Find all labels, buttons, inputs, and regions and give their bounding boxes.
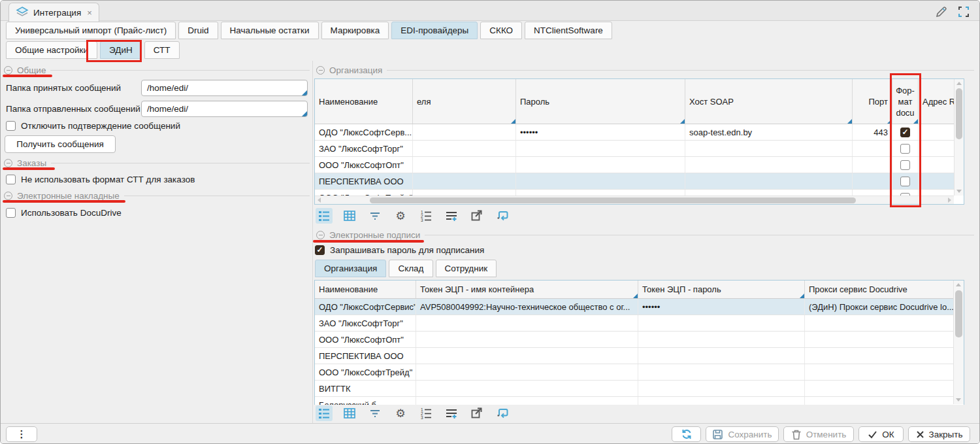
fullscreen-icon[interactable] bbox=[957, 5, 970, 20]
open-external-icon[interactable] bbox=[468, 405, 485, 421]
col-host-soap[interactable]: Хост SOAP bbox=[685, 79, 853, 124]
format-docu-checkbox[interactable] bbox=[900, 128, 910, 137]
vertical-scrollbar[interactable] bbox=[953, 281, 964, 404]
table-row[interactable]: ОДО "ЛюксСофтСервис" AVP5080049992:Научн… bbox=[315, 299, 964, 315]
table-row[interactable]: ООО "ЛюксСофтТрейд" bbox=[315, 364, 964, 381]
scroll-left-icon[interactable] bbox=[318, 197, 321, 203]
tab-initial-balances[interactable]: Начальные остатки bbox=[221, 22, 319, 39]
cell-password: •••••• bbox=[638, 299, 805, 315]
scroll-up-icon[interactable] bbox=[956, 82, 962, 85]
ask-password-checkbox[interactable]: Запрашивать пароль для подписания bbox=[315, 245, 484, 255]
table-row[interactable]: ООО "ЛюксСофтОпт" bbox=[315, 157, 964, 173]
ok-button[interactable]: ОК bbox=[858, 426, 904, 442]
tab-signature-warehouse[interactable]: Склад bbox=[389, 260, 433, 277]
collapse-minus-icon[interactable] bbox=[316, 66, 325, 75]
reload-icon[interactable] bbox=[494, 405, 511, 421]
refresh-button[interactable] bbox=[672, 426, 701, 442]
close-label: Закрыть bbox=[929, 430, 963, 439]
tab-edin[interactable]: ЭДиН bbox=[100, 41, 142, 59]
scrollbar-thumb[interactable] bbox=[956, 88, 962, 139]
filter-icon[interactable] bbox=[367, 405, 384, 421]
checkbox-icon[interactable] bbox=[6, 121, 16, 131]
cell-container bbox=[416, 348, 638, 364]
horizontal-scrollbar[interactable] bbox=[315, 196, 954, 204]
list-view-icon[interactable] bbox=[316, 208, 333, 224]
group-e-waybills: Электронные накладные bbox=[4, 191, 310, 201]
settings-gear-icon[interactable]: ⚙ bbox=[392, 405, 409, 421]
col-format-docu[interactable]: Фор-матdocu bbox=[892, 79, 919, 124]
tab-signature-employee[interactable]: Сотрудник bbox=[436, 260, 497, 277]
table-row[interactable]: ООО "ЛюксСофтОпт" bbox=[315, 332, 964, 348]
table-row[interactable]: ОДО "ЛюксСофтСерв... •••••• soap-test.ed… bbox=[315, 124, 964, 141]
add-row-icon[interactable] bbox=[443, 208, 460, 224]
cell-user bbox=[413, 173, 516, 189]
cancel-button[interactable]: Отменить bbox=[783, 426, 854, 442]
scroll-right-icon[interactable] bbox=[948, 197, 951, 203]
scroll-down-icon[interactable] bbox=[956, 398, 961, 401]
group-general: Общие bbox=[4, 65, 310, 75]
tab-general-settings[interactable]: Общие настройки bbox=[6, 41, 97, 59]
table-row[interactable]: ПЕРСПЕКТИВА ООО bbox=[315, 348, 964, 364]
tab-ntclientsoftware[interactable]: NTClientSoftware bbox=[525, 22, 612, 39]
tab-close-icon[interactable]: × bbox=[87, 8, 92, 18]
cell-password bbox=[516, 173, 685, 189]
folder-received-input[interactable] bbox=[141, 80, 308, 96]
table-row[interactable]: Белорусский б... bbox=[315, 397, 964, 405]
cancel-label: Отменить bbox=[806, 430, 847, 439]
close-button[interactable]: Закрыть bbox=[908, 426, 970, 442]
open-external-icon[interactable] bbox=[468, 208, 485, 224]
scroll-down-icon[interactable] bbox=[956, 190, 962, 193]
checkbox-icon[interactable] bbox=[6, 208, 16, 218]
more-menu-button[interactable]: ⋮ bbox=[6, 426, 37, 442]
col-user[interactable]: еля bbox=[413, 79, 516, 124]
grid-view-icon[interactable] bbox=[341, 405, 358, 421]
edit-pencil-icon[interactable] bbox=[934, 5, 949, 21]
col-password[interactable]: Пароль bbox=[516, 79, 685, 124]
table-row[interactable]: ВИТГТК bbox=[315, 381, 964, 397]
get-messages-button[interactable]: Получить сообщения bbox=[5, 135, 116, 153]
add-row-icon[interactable] bbox=[443, 405, 460, 421]
vertical-scrollbar[interactable] bbox=[954, 79, 964, 196]
folder-sent-input[interactable] bbox=[141, 101, 308, 117]
numbered-list-icon[interactable]: 123 bbox=[417, 208, 434, 224]
tab-druid[interactable]: Druid bbox=[178, 22, 218, 39]
tab-marking[interactable]: Маркировка bbox=[321, 22, 389, 39]
collapse-minus-icon[interactable] bbox=[4, 159, 12, 167]
tab-skko[interactable]: СККО bbox=[480, 22, 522, 39]
reload-icon[interactable] bbox=[494, 208, 511, 224]
use-docudrive-checkbox[interactable]: Использовать DocuDrive bbox=[6, 208, 122, 218]
filter-icon[interactable] bbox=[367, 208, 384, 224]
window-tab-integration[interactable]: Интеграция × bbox=[8, 3, 99, 22]
disable-confirmation-checkbox[interactable]: Отключить подтверждение сообщений bbox=[6, 121, 180, 131]
collapse-minus-icon[interactable] bbox=[4, 66, 12, 75]
col-token-password[interactable]: Токен ЭЦП - пароль bbox=[638, 281, 805, 298]
scrollbar-thumb[interactable] bbox=[370, 197, 856, 203]
grid-view-icon[interactable] bbox=[341, 208, 358, 224]
tab-signature-organization[interactable]: Организация bbox=[315, 260, 386, 277]
tab-ctt[interactable]: СТТ bbox=[144, 41, 180, 59]
scroll-up-icon[interactable] bbox=[956, 283, 961, 286]
numbered-list-icon[interactable]: 123 bbox=[417, 405, 434, 421]
format-docu-checkbox[interactable] bbox=[900, 160, 910, 170]
checkbox-icon[interactable] bbox=[315, 245, 325, 255]
table-row[interactable]: ЗАО "ЛюксСофтТорг" bbox=[315, 141, 964, 157]
format-docu-checkbox[interactable] bbox=[900, 177, 910, 186]
tab-universal-import[interactable]: Универсальный импорт (Прайс-лист) bbox=[6, 22, 176, 39]
tab-edi-providers[interactable]: EDI-провайдеры bbox=[391, 22, 478, 39]
col-proxy-docudrive[interactable]: Прокси сервис Docudrive bbox=[805, 281, 964, 298]
col-name[interactable]: Наименование bbox=[315, 79, 413, 124]
checkbox-icon[interactable] bbox=[6, 175, 16, 184]
save-button[interactable]: Сохранить bbox=[706, 426, 779, 442]
list-view-icon[interactable] bbox=[316, 405, 333, 421]
collapse-minus-icon[interactable] bbox=[316, 231, 325, 239]
col-name[interactable]: Наименование bbox=[315, 281, 416, 298]
table-row[interactable]: ЗАО "ЛюксСофтТорг" bbox=[315, 315, 964, 332]
col-port[interactable]: Порт bbox=[853, 79, 892, 124]
format-docu-checkbox[interactable] bbox=[900, 144, 910, 154]
settings-gear-icon[interactable]: ⚙ bbox=[392, 208, 409, 224]
col-token-container[interactable]: Токен ЭЦП - имя контейнера bbox=[416, 281, 638, 298]
scrollbar-thumb[interactable] bbox=[955, 290, 962, 337]
table-row[interactable]: ПЕРСПЕКТИВА ООО bbox=[315, 173, 964, 190]
no-ctt-format-checkbox[interactable]: Не использовать формат СТТ для заказов bbox=[6, 175, 195, 184]
collapse-minus-icon[interactable] bbox=[4, 192, 12, 200]
